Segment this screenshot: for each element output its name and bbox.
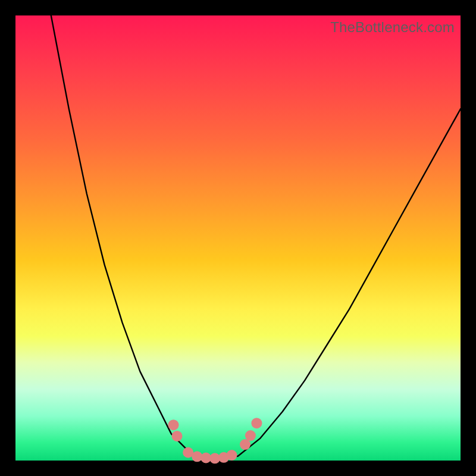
chart-frame: TheBottleneck.com [0,0,476,476]
marker-dot [240,439,250,450]
marker-dot [251,418,262,428]
plot-area: TheBottleneck.com [15,15,461,461]
marker-dot [227,450,237,461]
marker-dot [245,430,256,441]
marker-dot [172,431,183,441]
marker-layer [15,15,461,461]
marker-dot [168,419,179,430]
